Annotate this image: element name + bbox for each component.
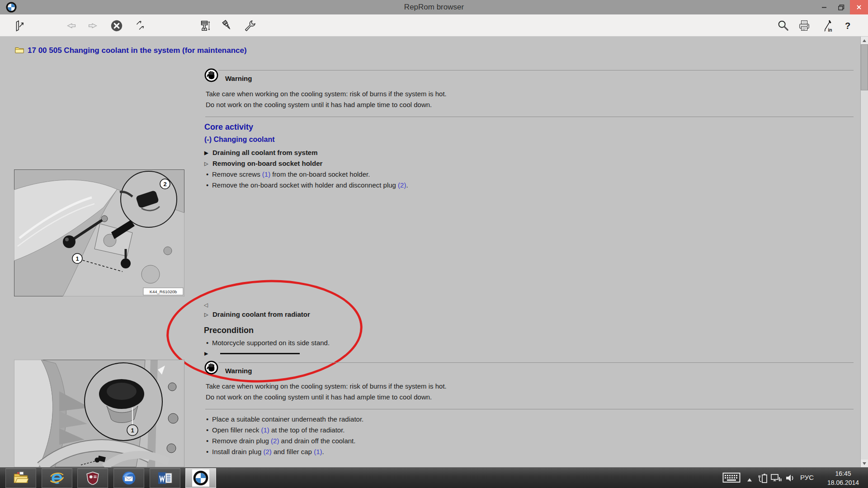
taskbar-internet-explorer[interactable] [42, 468, 72, 488]
step-text: . [322, 448, 324, 455]
part-ref-link[interactable]: (2) [398, 181, 406, 189]
step-text: and filler cap [272, 448, 314, 455]
warning-hand-icon [204, 361, 218, 375]
step-label: Draining coolant from radiator [212, 310, 310, 318]
step-text: Open filler neck [212, 426, 261, 434]
help-button[interactable]: ? [840, 18, 855, 33]
warning-text: Take care when working on the cooling sy… [206, 382, 447, 390]
warning-block: Warning Take care when working on the co… [204, 68, 854, 117]
up-triangle-icon [863, 39, 866, 42]
divider [205, 117, 854, 117]
bullet-marker: • [206, 170, 212, 178]
hollow-back-icon: ◁ [204, 302, 208, 308]
collapse-back-marker[interactable]: ◁ [204, 302, 208, 308]
power-status-icon[interactable] [758, 472, 769, 486]
bmw-roundel-icon [192, 469, 209, 487]
document-heading[interactable]: 17 00 505 Changing coolant in the system… [15, 46, 247, 55]
tray-date: 18.06.2014 [820, 478, 866, 487]
taskbar-thunderbird[interactable] [113, 468, 144, 488]
node-changing-coolant[interactable]: (-) Changing coolant [204, 136, 275, 144]
notes-button[interactable]: in [820, 18, 835, 33]
figure-radiator-drain[interactable]: 1 [14, 360, 184, 467]
step-text: Remove the on-board socket with holder a… [212, 181, 398, 189]
step-text: Install drain plug [212, 448, 263, 455]
warning-text: Do not work on the cooling system until … [206, 101, 432, 108]
part-ref-link[interactable]: (1) [261, 426, 269, 434]
section-title-core-activity: Core activity [204, 122, 253, 132]
step-text: . [406, 181, 408, 189]
figure-callout-2: 2 [163, 181, 166, 188]
figure-callout-1: 1 [75, 255, 79, 262]
volume-icon[interactable] [785, 473, 796, 485]
list-item: •Remove drain plug (2) and drain off the… [206, 437, 355, 445]
taskbar-file-explorer[interactable] [5, 468, 36, 488]
crosslink-button[interactable] [132, 18, 148, 33]
language-indicator[interactable]: РУС [800, 474, 814, 481]
part-ref-link[interactable]: (1) [262, 170, 270, 178]
document-pane: 17 00 505 Changing coolant in the system… [0, 37, 868, 467]
warning-block: Warning Take care when working on the co… [204, 360, 854, 410]
part-ref-link[interactable]: (1) [314, 448, 322, 455]
step-removing-socket-holder[interactable]: ▷Removing on-board socket holder [204, 160, 322, 167]
step-text: Remove drain plug [212, 437, 271, 445]
help-glyph: ? [845, 21, 850, 31]
bullet-marker: • [206, 339, 212, 347]
titlebar: RepRom browser [0, 0, 868, 14]
divider [205, 409, 854, 409]
tray-clock[interactable]: 16:45 18.06.2014 [820, 469, 866, 487]
figure-label: K44_R61020b [150, 289, 177, 294]
tray-time: 16:45 [820, 469, 866, 478]
touch-keyboard-icon[interactable] [722, 472, 741, 485]
page-title: 17 00 505 Changing coolant in the system… [28, 46, 247, 55]
scroll-up-button[interactable] [861, 37, 868, 44]
warning-text: Do not work on the cooling system until … [206, 393, 432, 401]
tray-expand-arrow[interactable] [747, 476, 752, 484]
maximize-button[interactable] [833, 0, 850, 14]
vertical-scrollbar[interactable] [860, 37, 868, 467]
warning-hand-icon [204, 68, 218, 82]
forward-button[interactable] [85, 18, 101, 33]
step-label: Removing on-board socket holder [212, 160, 322, 167]
bullet-marker: • [206, 437, 212, 445]
list-item: •Motorcycle supported on its side stand. [206, 339, 330, 347]
part-ref-link[interactable]: (2) [271, 437, 279, 445]
window-title: RepRom browser [0, 3, 868, 12]
window-controls [816, 0, 868, 14]
step-text: Motorcycle supported on its side stand. [212, 339, 330, 347]
step-draining-coolant-radiator[interactable]: ▷Draining coolant from radiator [204, 310, 310, 318]
network-status-icon[interactable] [770, 472, 782, 486]
redacted-step-item[interactable]: ▶ [204, 349, 300, 357]
sparkplug-button[interactable] [220, 18, 235, 33]
taskbar-reprom-bmw[interactable] [185, 468, 216, 488]
redacted-bar [220, 353, 300, 354]
down-triangle-icon [863, 462, 866, 465]
minimize-button[interactable] [816, 0, 833, 14]
taskbar: РУС 16:45 18.06.2014 [0, 467, 868, 488]
warning-title: Warning [225, 367, 252, 375]
taskbar-antivirus-shield[interactable] [77, 468, 108, 488]
close-button[interactable] [850, 0, 868, 14]
exit-button[interactable] [12, 18, 27, 33]
wrench-button[interactable] [242, 18, 258, 33]
search-button[interactable] [775, 18, 791, 33]
stop-button[interactable] [109, 18, 124, 33]
scrollbar-thumb[interactable] [861, 44, 868, 90]
bullet-marker: • [206, 448, 212, 455]
print-button[interactable] [797, 18, 812, 33]
piston-button[interactable] [197, 18, 212, 33]
taskbar-word[interactable] [150, 468, 180, 488]
folder-icon [15, 47, 24, 55]
part-ref-link[interactable]: (2) [263, 448, 271, 455]
step-draining-all-coolant[interactable]: ▶Draining all coolant from system [204, 149, 318, 156]
hollow-arrow-marker: ▷ [204, 312, 212, 318]
step-text: Place a suitable container underneath th… [212, 415, 363, 423]
scroll-down-button[interactable] [861, 460, 868, 467]
bullet-marker: • [206, 426, 212, 434]
step-text: at the top of the radiator. [269, 426, 345, 434]
list-item: •Install drain plug (2) and filler cap (… [206, 448, 324, 455]
figure-on-board-socket[interactable]: 2 1 K44_R61020b [14, 169, 184, 296]
warning-title: Warning [225, 75, 252, 82]
step-text: Remove screws [212, 170, 262, 178]
bullet-marker: • [206, 415, 212, 423]
back-button[interactable] [63, 18, 79, 33]
